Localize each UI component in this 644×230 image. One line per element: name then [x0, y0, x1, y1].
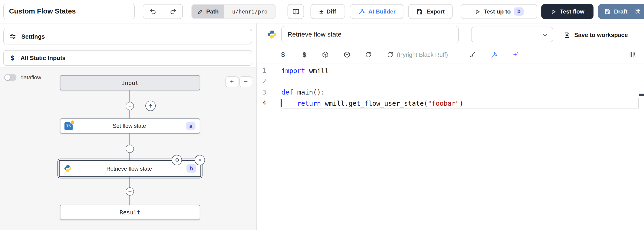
typescript-icon: TS: [64, 122, 72, 130]
reset-icon[interactable]: [364, 51, 372, 59]
library-panel-icon[interactable]: [628, 51, 636, 59]
format-brush-icon[interactable]: [468, 51, 476, 59]
step-badge-b: b: [186, 164, 196, 172]
node-input-label: Input: [122, 80, 139, 86]
diff-label: Diff: [326, 8, 336, 15]
top-toolbar: Path u/henri/pro ± Diff AI Builder Expor…: [0, 0, 644, 24]
code-editor[interactable]: 1import wmill23def main():4 return wmill…: [256, 64, 644, 230]
static-inputs-label: All Static Inputs: [20, 55, 66, 61]
code-text[interactable]: return wmill.get_flow_user_state("foobar…: [281, 99, 463, 107]
editor-scrollbar[interactable]: [639, 64, 639, 230]
ai-sparkle-icon[interactable]: [512, 51, 520, 59]
pencil-icon: [197, 8, 203, 15]
close-icon: [197, 158, 202, 162]
line-number: 1: [256, 67, 266, 75]
line-number: 2: [256, 78, 266, 85]
plus-icon: [128, 189, 132, 194]
draft-button[interactable]: Draft ⌘: [598, 4, 644, 19]
delete-step-button[interactable]: [195, 155, 205, 165]
add-step-button-3[interactable]: [126, 187, 134, 195]
path-label: Path: [206, 8, 219, 15]
export-button[interactable]: Export: [408, 4, 453, 19]
add-trigger-button[interactable]: [146, 101, 156, 111]
plus-icon: [128, 146, 132, 151]
dataflow-toggle[interactable]: [4, 74, 16, 81]
node-result[interactable]: Result: [60, 205, 200, 220]
refresh-icon[interactable]: [386, 51, 394, 59]
dollar-icon: $: [9, 54, 16, 62]
settings-label: Settings: [22, 33, 45, 40]
test-flow-button[interactable]: Test flow: [542, 4, 594, 19]
ai-fix-wand-icon[interactable]: [490, 51, 498, 59]
docs-button[interactable]: [288, 4, 304, 19]
draft-label: Draft: [614, 8, 628, 15]
static-inputs-row[interactable]: $ All Static Inputs: [3, 50, 252, 66]
zoom-in-button[interactable]: +: [226, 76, 238, 87]
plus-icon: [128, 104, 132, 108]
step-name-input[interactable]: [281, 26, 459, 43]
code-line[interactable]: 3def main():: [256, 87, 644, 98]
diff-button[interactable]: ± Diff: [310, 4, 345, 19]
step-editor-panel: Save to workspace $ $ (Pyright Black Ruf…: [256, 24, 644, 230]
code-line[interactable]: 4 return wmill.get_flow_user_state("foob…: [256, 98, 644, 108]
package-icon[interactable]: [321, 51, 329, 59]
zoom-out-button[interactable]: −: [240, 76, 252, 87]
move-step-button[interactable]: [172, 155, 182, 165]
step-badge-a: a: [186, 122, 196, 130]
test-flow-label: Test flow: [560, 8, 584, 15]
chevron-down-icon: [542, 31, 549, 39]
step-badge-b: b: [514, 8, 524, 16]
code-text[interactable]: import wmill: [281, 67, 329, 75]
save-icon: [604, 8, 611, 15]
settings-row[interactable]: Settings: [3, 29, 252, 45]
node-retrieve-flow-state-label: Retrieve flow state: [72, 165, 186, 172]
flow-graph-panel: Settings $ All Static Inputs dataflow + …: [0, 24, 256, 230]
save-to-workspace-button[interactable]: Save to workspace: [564, 29, 628, 41]
play-icon: [474, 8, 480, 15]
add-step-button-1[interactable]: [126, 102, 134, 110]
node-input[interactable]: Input: [60, 75, 200, 90]
package-icon-2[interactable]: [343, 51, 351, 59]
flow-summary-input[interactable]: [3, 4, 135, 19]
line-number: 4: [256, 99, 266, 107]
export-icon: [416, 8, 423, 15]
ai-builder-button[interactable]: AI Builder: [350, 4, 403, 19]
variable-picker-icon[interactable]: $: [279, 51, 287, 59]
path-button[interactable]: Path u/henri/pro: [192, 4, 276, 19]
arrows-move-icon: [174, 157, 180, 163]
undo-redo-group: [143, 4, 183, 19]
magic-wand-icon: [358, 8, 365, 15]
undo-button[interactable]: [143, 5, 163, 18]
add-step-button-2[interactable]: [126, 145, 134, 153]
script-select-dropdown[interactable]: [471, 27, 553, 42]
node-set-flow-state-label: Set flow state: [72, 123, 186, 129]
ai-builder-label: AI Builder: [368, 8, 396, 15]
toggle-knob: [5, 75, 10, 80]
save-icon: [564, 32, 570, 38]
export-label: Export: [426, 8, 444, 15]
node-set-flow-state[interactable]: TS Set flow state a: [60, 118, 200, 133]
flow-graph: dataflow + − Input TS Set flow sta: [0, 67, 256, 230]
save-to-workspace-label: Save to workspace: [574, 32, 628, 38]
line-number: 3: [256, 89, 266, 96]
python-icon: [64, 164, 72, 172]
play-icon: [550, 8, 556, 15]
code-text[interactable]: def main():: [281, 88, 325, 96]
test-up-to-button[interactable]: Test up to b: [461, 4, 537, 19]
resource-picker-icon[interactable]: $: [300, 51, 308, 59]
code-line[interactable]: 2: [256, 76, 644, 87]
dataflow-label: dataflow: [20, 75, 41, 81]
plus-minus-icon: ±: [320, 8, 323, 15]
undo-icon: [149, 8, 157, 15]
code-line[interactable]: 1import wmill: [256, 65, 644, 76]
overview-ruler-cursor-mark: [639, 94, 644, 96]
path-chip: Path: [192, 5, 224, 18]
bun-emoji-icon: [70, 120, 75, 124]
redo-button[interactable]: [163, 5, 182, 18]
windmill-flow-editor: Path u/henri/pro ± Diff AI Builder Expor…: [0, 0, 644, 230]
sliders-icon: [9, 33, 16, 40]
path-value: u/henri/pro: [224, 8, 276, 15]
test-up-to-label: Test up to: [484, 8, 511, 15]
bolt-icon: [148, 103, 153, 108]
book-icon: [292, 8, 300, 16]
